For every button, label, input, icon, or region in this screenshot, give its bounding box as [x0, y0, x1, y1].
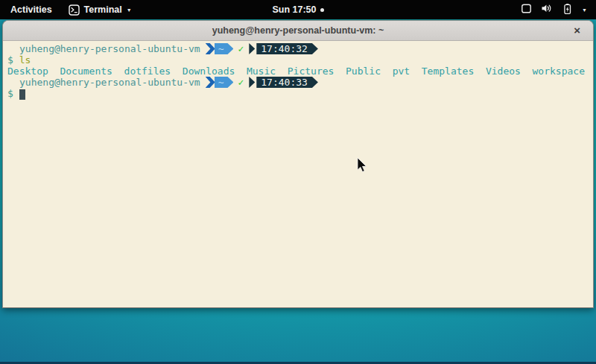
prompt-path-segment: ~ [215, 43, 234, 54]
prompt-dollar: $ [7, 88, 13, 99]
prompt-time: 17:40:33 [261, 77, 308, 88]
directory-name: Desktop [7, 66, 48, 77]
directory-name: Music [247, 66, 276, 77]
directory-name: Videos [486, 66, 521, 77]
prompt-dollar: $ [7, 54, 13, 66]
command-text: ls [19, 54, 31, 66]
prompt-user: yuheng@henry-personal-ubuntu-vm [7, 77, 200, 88]
status-check-icon: ✓ [238, 77, 244, 88]
display-icon [521, 3, 532, 16]
directory-name: Public [346, 66, 381, 77]
close-icon[interactable]: × [574, 25, 580, 36]
prompt-line-1: yuheng@henry-personal-ubuntu-vm ~ ✓ 17:4… [7, 43, 593, 54]
prompt-time: 17:40:32 [261, 43, 308, 54]
system-status-area[interactable]: ▼ [512, 0, 596, 19]
chevron-down-icon: ▼ [127, 7, 132, 13]
spacer [13, 54, 19, 66]
app-menu-label: Terminal [84, 4, 122, 15]
powerline-chevron-icon [206, 43, 215, 54]
directory-name: Templates [422, 66, 474, 77]
window-title: yuheng@henry-personal-ubuntu-vm: ~ [212, 25, 384, 36]
clock-label: Sun 17:50 [272, 4, 316, 15]
directory-name: pvt [393, 66, 410, 77]
input-line[interactable]: $ [7, 88, 593, 99]
activities-button[interactable]: Activities [0, 0, 63, 19]
text-cursor [19, 89, 25, 100]
directory-name: Documents [60, 66, 112, 77]
terminal-content[interactable]: yuheng@henry-personal-ubuntu-vm ~ ✓ 17:4… [3, 41, 593, 308]
prompt-path: ~ [218, 77, 224, 88]
prompt-time-segment: 17:40:33 [256, 77, 318, 88]
notification-dot-icon [320, 8, 324, 12]
chevron-down-icon: ▼ [582, 7, 587, 13]
directory-name: dotfiles [124, 66, 171, 77]
directory-name: Downloads [183, 66, 235, 77]
directory-name: workspace [533, 66, 585, 77]
spacer [13, 88, 19, 99]
status-check-icon: ✓ [238, 43, 244, 54]
battery-charging-icon [562, 3, 573, 17]
top-bar-left: Activities Terminal ▼ [0, 0, 138, 19]
powerline-chevron-icon [249, 43, 255, 54]
prompt-time-segment: 17:40:32 [256, 43, 318, 54]
powerline-chevron-icon [206, 77, 215, 88]
desktop-wallpaper: Activities Terminal ▼ Sun 17:50 [0, 0, 596, 364]
directory-name: Pictures [288, 66, 335, 77]
app-menu-terminal[interactable]: Terminal ▼ [63, 0, 138, 19]
prompt-path-segment: ~ [215, 77, 234, 88]
mouse-pointer-icon [357, 157, 367, 173]
terminal-app-icon [69, 4, 80, 16]
window-titlebar[interactable]: yuheng@henry-personal-ubuntu-vm: ~ × [3, 21, 593, 41]
ls-output-line: Desktop Documents dotfiles Downloads Mus… [7, 66, 593, 77]
terminal-window: yuheng@henry-personal-ubuntu-vm: ~ × yuh… [2, 20, 594, 308]
prompt-user: yuheng@henry-personal-ubuntu-vm [7, 43, 200, 54]
volume-icon [541, 3, 553, 16]
command-line: $ ls [7, 54, 593, 66]
top-bar: Activities Terminal ▼ Sun 17:50 [0, 0, 596, 19]
prompt-line-2: yuheng@henry-personal-ubuntu-vm ~ ✓ 17:4… [7, 77, 593, 88]
powerline-chevron-icon [249, 77, 255, 88]
prompt-path: ~ [218, 43, 224, 54]
